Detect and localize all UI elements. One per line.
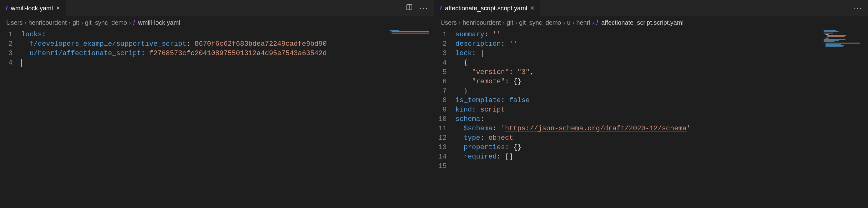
close-icon[interactable]: × — [530, 5, 534, 11]
more-actions-icon[interactable]: ··· — [854, 3, 862, 13]
right-code[interactable]: summary: ''description: ''lock: | { "ver… — [456, 29, 822, 208]
yaml-icon: ! — [6, 5, 8, 12]
tab-title: wmill-lock.yaml — [11, 5, 53, 12]
left-code[interactable]: locks: f/developers_example/supportive_s… — [21, 29, 387, 208]
crumb[interactable]: henricourdent — [28, 19, 67, 26]
crumb-file[interactable]: affectionate_script.script.yaml — [601, 19, 684, 26]
left-gutter: 1234 — [0, 29, 21, 208]
tab-title: affectionate_script.script.yaml — [445, 5, 527, 12]
close-icon[interactable]: × — [56, 5, 60, 11]
right-gutter: 123456789101112131415 — [434, 29, 456, 208]
right-minimap[interactable] — [821, 29, 868, 208]
left-breadcrumb: Users› henricourdent› git› git_sync_demo… — [0, 16, 434, 29]
crumb[interactable]: henri — [576, 19, 590, 26]
yaml-icon: ! — [596, 19, 598, 26]
tab-wmill-lock[interactable]: ! wmill-lock.yaml × — [0, 0, 66, 16]
yaml-icon: ! — [133, 19, 135, 26]
right-editor[interactable]: 123456789101112131415 summary: ''descrip… — [434, 29, 868, 208]
crumb[interactable]: git — [506, 19, 513, 26]
crumb[interactable]: Users — [440, 19, 457, 26]
left-pane: ! wmill-lock.yaml × ··· Users› henricour… — [0, 0, 434, 208]
split-editor-icon[interactable] — [406, 4, 413, 12]
left-tabbar: ! wmill-lock.yaml × ··· — [0, 0, 434, 16]
crumb[interactable]: u — [567, 19, 570, 26]
left-editor[interactable]: 1234 locks: f/developers_example/support… — [0, 29, 434, 208]
crumb[interactable]: git_sync_demo — [519, 19, 561, 26]
yaml-icon: ! — [440, 5, 442, 12]
crumb[interactable]: git_sync_demo — [85, 19, 127, 26]
right-tabbar: ! affectionate_script.script.yaml × ··· — [434, 0, 868, 16]
left-minimap[interactable] — [387, 29, 434, 208]
right-pane: ! affectionate_script.script.yaml × ··· … — [434, 0, 868, 208]
tab-affectionate-script[interactable]: ! affectionate_script.script.yaml × — [434, 0, 540, 16]
crumb[interactable]: Users — [6, 19, 23, 26]
more-actions-icon[interactable]: ··· — [420, 3, 428, 13]
crumb-file[interactable]: wmill-lock.yaml — [138, 19, 180, 26]
crumb[interactable]: henricourdent — [462, 19, 501, 26]
crumb[interactable]: git — [72, 19, 79, 26]
right-breadcrumb: Users› henricourdent› git› git_sync_demo… — [434, 16, 868, 29]
